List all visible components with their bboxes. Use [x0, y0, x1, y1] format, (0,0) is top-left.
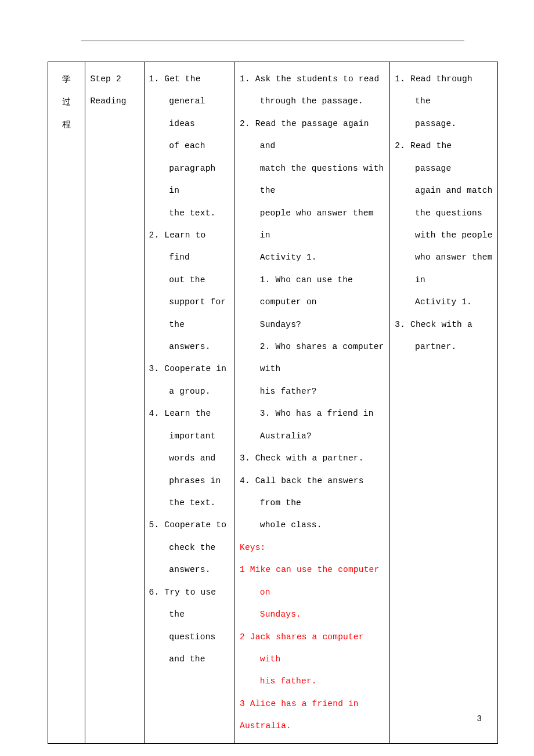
answer-key-cont: Australia.	[240, 715, 385, 737]
sub-question: 2. Who shares a computer with	[240, 336, 385, 380]
list-item-cont: passage.	[395, 113, 493, 135]
list-item-cont: out the	[149, 269, 230, 291]
list-item-cont: the questions	[149, 603, 230, 648]
sub-question: 3. Who has a friend in	[240, 402, 385, 424]
row-label-char-3: 程	[53, 113, 80, 136]
answer-key: 1 Mike can use the computer on	[240, 559, 385, 603]
row-label-char-1: 学	[53, 68, 80, 91]
step-cell: Step 2 Reading	[85, 62, 144, 744]
list-item-cont: the questions	[395, 202, 493, 224]
list-item: 2. Read the passage	[395, 135, 493, 179]
list-item-cont: a group.	[149, 380, 230, 402]
list-item-cont: the text.	[149, 492, 230, 514]
list-item-cont: answers.	[149, 559, 230, 581]
list-item-cont: Activity 1.	[395, 291, 493, 313]
list-item: 1. Ask the students to read	[240, 68, 385, 90]
keys-label: Keys:	[240, 537, 385, 559]
teacher-activity-cell: 1. Ask the students to read through the …	[235, 62, 390, 744]
list-item-cont: who answer them in	[395, 246, 493, 291]
list-item: 3. Check with a partner.	[240, 447, 385, 469]
list-item-cont: Activity 1.	[240, 246, 385, 268]
list-item-cont: match the questions with the	[240, 157, 385, 202]
list-item-cont: people who answer them in	[240, 202, 385, 247]
page-number: 3	[477, 708, 482, 729]
sub-question: 1. Who can use the computer on	[240, 269, 385, 314]
list-item-cont: with the people	[395, 224, 493, 246]
row-label-char-2: 过	[53, 91, 80, 113]
list-item: 4. Call back the answers from the	[240, 470, 385, 514]
list-item-cont: of each	[149, 135, 230, 157]
list-item: 1. Read through the	[395, 68, 493, 113]
lesson-plan-table: 学 过 程 Step 2 Reading 1. Get the general …	[48, 62, 498, 744]
list-item-cont: check the	[149, 537, 230, 559]
list-item-cont: the text.	[149, 202, 230, 224]
answer-key: 2 Jack shares a computer with	[240, 626, 385, 671]
list-item: 2. Read the passage again and	[240, 113, 385, 157]
list-item-cont: partner.	[395, 336, 493, 358]
list-item: 5. Cooperate to	[149, 514, 230, 536]
list-item: 2. Learn to find	[149, 224, 230, 269]
list-item: 3. Check with a	[395, 314, 493, 336]
list-item: 1. Get the	[149, 68, 230, 90]
step-number: Step 2	[90, 68, 139, 90]
sub-question-cont: Australia?	[240, 425, 385, 447]
list-item-cont: important	[149, 425, 230, 447]
list-item: 6. Try to use	[149, 581, 230, 603]
list-item-cont: paragraph in	[149, 157, 230, 202]
list-item-cont: the answers.	[149, 314, 230, 358]
sub-question-cont: Sundays?	[240, 314, 385, 336]
list-item-cont: again and match	[395, 179, 493, 201]
table-row: 学 过 程 Step 2 Reading 1. Get the general …	[48, 62, 498, 744]
answer-key-cont: his father.	[240, 670, 385, 692]
list-item-cont: support for	[149, 291, 230, 313]
list-item-cont: general ideas	[149, 90, 230, 135]
student-activity-cell: 1. Read through the passage. 2. Read the…	[390, 62, 498, 744]
list-item: 4. Learn the	[149, 402, 230, 424]
list-item-cont: words and	[149, 447, 230, 469]
list-item-cont: whole class.	[240, 514, 385, 536]
list-item-cont: and the	[149, 648, 230, 670]
list-item-cont: through the passage.	[240, 90, 385, 112]
purpose-cell: 1. Get the general ideas of each paragra…	[144, 62, 234, 744]
step-title: Reading	[90, 90, 139, 112]
answer-key-cont: Sundays.	[240, 603, 385, 625]
list-item: 3. Cooperate in	[149, 358, 230, 380]
list-item-cont: phrases in	[149, 470, 230, 492]
sub-question-cont: his father?	[240, 380, 385, 402]
answer-key: 3 Alice has a friend in	[240, 693, 385, 715]
header-rule	[81, 41, 464, 41]
row-label-cell: 学 过 程	[48, 62, 85, 744]
